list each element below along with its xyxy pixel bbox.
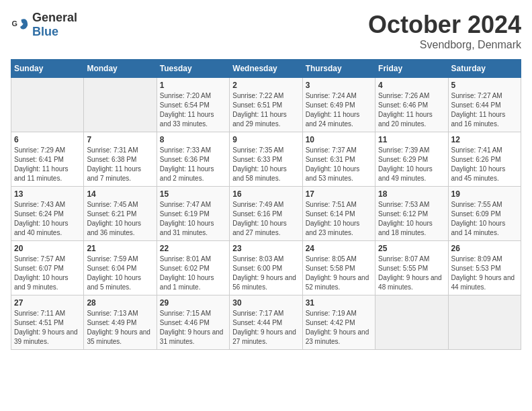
calendar-cell: 27 Sunrise: 7:11 AM Sunset: 4:51 PM Dayl… (11, 295, 84, 350)
day-number: 16 (232, 189, 299, 199)
calendar-cell: 14 Sunrise: 7:45 AM Sunset: 6:21 PM Dayl… (84, 187, 157, 241)
day-number: 1 (160, 81, 226, 90)
calendar-cell: 12 Sunrise: 7:41 AM Sunset: 6:26 PM Dayl… (448, 132, 521, 187)
calendar-cell: 19 Sunrise: 7:55 AM Sunset: 6:09 PM Dayl… (448, 187, 521, 241)
calendar-cell: 7 Sunrise: 7:31 AM Sunset: 6:38 PM Dayli… (84, 132, 157, 187)
day-info: Sunrise: 7:15 AM Sunset: 4:46 PM Dayligh… (160, 309, 226, 347)
day-info: Sunrise: 7:39 AM Sunset: 6:29 PM Dayligh… (378, 146, 445, 183)
day-info: Sunrise: 7:53 AM Sunset: 6:12 PM Dayligh… (378, 200, 445, 238)
calendar-cell (84, 78, 157, 132)
day-info: Sunrise: 8:05 AM Sunset: 5:58 PM Dayligh… (306, 255, 372, 292)
title-block: October 2024 Svendborg, Denmark (368, 11, 521, 51)
logo-text: General Blue (32, 11, 77, 39)
calendar-table: SundayMondayTuesdayWednesdayThursdayFrid… (11, 59, 521, 350)
day-number: 6 (14, 135, 81, 144)
calendar-cell: 13 Sunrise: 7:43 AM Sunset: 6:24 PM Dayl… (11, 187, 84, 241)
calendar-cell: 31 Sunrise: 7:19 AM Sunset: 4:42 PM Dayl… (302, 295, 375, 350)
calendar-cell: 3 Sunrise: 7:24 AM Sunset: 6:49 PM Dayli… (302, 78, 375, 132)
day-info: Sunrise: 7:47 AM Sunset: 6:19 PM Dayligh… (160, 200, 226, 238)
logo-icon: G (11, 15, 30, 34)
day-number: 15 (160, 189, 226, 199)
day-number: 11 (378, 135, 445, 144)
calendar-week-row: 13 Sunrise: 7:43 AM Sunset: 6:24 PM Dayl… (11, 187, 521, 241)
calendar-cell (11, 78, 84, 132)
calendar-cell: 2 Sunrise: 7:22 AM Sunset: 6:51 PM Dayli… (230, 78, 302, 132)
day-number: 26 (451, 244, 518, 253)
calendar-cell: 11 Sunrise: 7:39 AM Sunset: 6:29 PM Dayl… (375, 132, 448, 187)
calendar-week-row: 27 Sunrise: 7:11 AM Sunset: 4:51 PM Dayl… (11, 295, 521, 350)
day-info: Sunrise: 7:26 AM Sunset: 6:46 PM Dayligh… (378, 91, 445, 129)
calendar-cell: 4 Sunrise: 7:26 AM Sunset: 6:46 PM Dayli… (375, 78, 448, 132)
weekday-header-monday: Monday (84, 60, 157, 78)
day-number: 23 (232, 244, 299, 253)
day-number: 2 (232, 81, 299, 90)
calendar-cell: 16 Sunrise: 7:49 AM Sunset: 6:16 PM Dayl… (230, 187, 302, 241)
day-info: Sunrise: 7:33 AM Sunset: 6:36 PM Dayligh… (160, 146, 226, 183)
calendar-week-row: 6 Sunrise: 7:29 AM Sunset: 6:41 PM Dayli… (11, 132, 521, 187)
calendar-cell: 25 Sunrise: 8:07 AM Sunset: 5:55 PM Dayl… (375, 241, 448, 295)
day-number: 22 (160, 244, 226, 253)
calendar-title: October 2024 (368, 11, 521, 39)
day-number: 19 (451, 189, 518, 199)
calendar-cell: 8 Sunrise: 7:33 AM Sunset: 6:36 PM Dayli… (157, 132, 229, 187)
day-number: 8 (160, 135, 226, 144)
calendar-cell: 22 Sunrise: 8:01 AM Sunset: 6:02 PM Dayl… (157, 241, 229, 295)
day-number: 4 (378, 81, 445, 90)
calendar-cell: 5 Sunrise: 7:27 AM Sunset: 6:44 PM Dayli… (448, 78, 521, 132)
calendar-cell: 21 Sunrise: 7:59 AM Sunset: 6:04 PM Dayl… (84, 241, 157, 295)
calendar-cell: 18 Sunrise: 7:53 AM Sunset: 6:12 PM Dayl… (375, 187, 448, 241)
day-number: 3 (306, 81, 372, 90)
calendar-cell: 10 Sunrise: 7:37 AM Sunset: 6:31 PM Dayl… (302, 132, 375, 187)
day-number: 13 (14, 189, 81, 199)
calendar-cell: 17 Sunrise: 7:51 AM Sunset: 6:14 PM Dayl… (302, 187, 375, 241)
day-info: Sunrise: 7:37 AM Sunset: 6:31 PM Dayligh… (306, 146, 372, 183)
day-number: 27 (14, 298, 81, 308)
calendar-location: Svendborg, Denmark (368, 39, 521, 51)
day-number: 29 (160, 298, 226, 308)
calendar-cell: 26 Sunrise: 8:09 AM Sunset: 5:53 PM Dayl… (448, 241, 521, 295)
day-number: 28 (87, 298, 153, 308)
day-info: Sunrise: 7:31 AM Sunset: 6:38 PM Dayligh… (87, 146, 153, 183)
calendar-week-row: 1 Sunrise: 7:20 AM Sunset: 6:54 PM Dayli… (11, 78, 521, 132)
day-info: Sunrise: 7:11 AM Sunset: 4:51 PM Dayligh… (14, 309, 81, 347)
day-info: Sunrise: 7:24 AM Sunset: 6:49 PM Dayligh… (306, 91, 372, 129)
day-info: Sunrise: 8:01 AM Sunset: 6:02 PM Dayligh… (160, 255, 226, 292)
day-number: 18 (378, 189, 445, 199)
weekday-header-friday: Friday (375, 60, 448, 78)
day-info: Sunrise: 7:51 AM Sunset: 6:14 PM Dayligh… (306, 200, 372, 238)
day-info: Sunrise: 8:03 AM Sunset: 6:00 PM Dayligh… (232, 255, 299, 292)
calendar-cell: 30 Sunrise: 7:17 AM Sunset: 4:44 PM Dayl… (230, 295, 302, 350)
day-number: 30 (232, 298, 299, 308)
calendar-cell: 15 Sunrise: 7:47 AM Sunset: 6:19 PM Dayl… (157, 187, 229, 241)
day-info: Sunrise: 7:45 AM Sunset: 6:21 PM Dayligh… (87, 200, 153, 238)
weekday-header-sunday: Sunday (11, 60, 84, 78)
day-info: Sunrise: 8:09 AM Sunset: 5:53 PM Dayligh… (451, 255, 518, 292)
calendar-cell: 20 Sunrise: 7:57 AM Sunset: 6:07 PM Dayl… (11, 241, 84, 295)
logo-general: General (32, 11, 77, 24)
day-number: 10 (306, 135, 372, 144)
calendar-cell: 23 Sunrise: 8:03 AM Sunset: 6:00 PM Dayl… (230, 241, 302, 295)
day-info: Sunrise: 7:43 AM Sunset: 6:24 PM Dayligh… (14, 200, 81, 238)
weekday-header-thursday: Thursday (302, 60, 375, 78)
calendar-cell: 9 Sunrise: 7:35 AM Sunset: 6:33 PM Dayli… (230, 132, 302, 187)
day-number: 5 (451, 81, 518, 90)
day-info: Sunrise: 7:17 AM Sunset: 4:44 PM Dayligh… (232, 309, 299, 347)
day-number: 21 (87, 244, 153, 253)
day-info: Sunrise: 7:59 AM Sunset: 6:04 PM Dayligh… (87, 255, 153, 292)
weekday-header-saturday: Saturday (448, 60, 521, 78)
calendar-cell (375, 295, 448, 350)
day-number: 20 (14, 244, 81, 253)
weekday-header-tuesday: Tuesday (157, 60, 229, 78)
day-info: Sunrise: 7:57 AM Sunset: 6:07 PM Dayligh… (14, 255, 81, 292)
day-number: 25 (378, 244, 445, 253)
calendar-cell: 29 Sunrise: 7:15 AM Sunset: 4:46 PM Dayl… (157, 295, 229, 350)
day-info: Sunrise: 7:22 AM Sunset: 6:51 PM Dayligh… (232, 91, 299, 129)
day-info: Sunrise: 7:35 AM Sunset: 6:33 PM Dayligh… (232, 146, 299, 183)
day-number: 31 (306, 298, 372, 308)
logo: G General Blue (11, 11, 77, 39)
day-info: Sunrise: 7:41 AM Sunset: 6:26 PM Dayligh… (451, 146, 518, 183)
weekday-header-wednesday: Wednesday (230, 60, 302, 78)
svg-text:G: G (12, 19, 17, 28)
calendar-week-row: 20 Sunrise: 7:57 AM Sunset: 6:07 PM Dayl… (11, 241, 521, 295)
day-info: Sunrise: 7:20 AM Sunset: 6:54 PM Dayligh… (160, 91, 226, 129)
